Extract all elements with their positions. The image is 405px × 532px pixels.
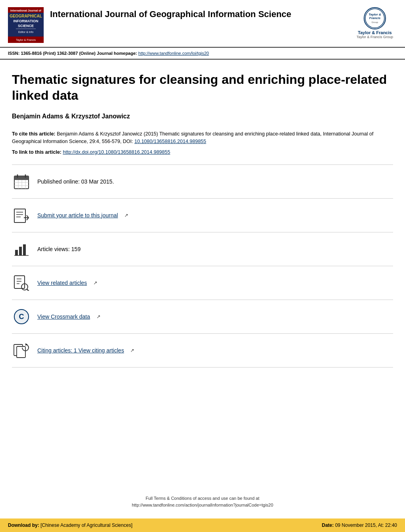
action-section: Published online: 03 Mar 2015. Submit yo… xyxy=(12,164,393,368)
issn-bar: ISSN: 1365-8816 (Print) 1362-3087 (Onlin… xyxy=(0,48,405,60)
svg-text:Francis: Francis xyxy=(369,16,381,20)
download-institution: [Chinese Academy of Agricultural Science… xyxy=(40,522,132,528)
svg-rect-31 xyxy=(14,276,25,288)
calendar-icon xyxy=(12,172,31,191)
related-link[interactable]: View related articles xyxy=(37,280,87,286)
journal-title: International Journal of Geographical In… xyxy=(50,9,291,20)
tf-logo-circle: Taylor & Francis Group xyxy=(364,7,386,29)
link-label: To link to this article: xyxy=(12,149,62,155)
journal-logo: International Journal of GEOGRAPHICAL IN… xyxy=(8,7,44,43)
tf-brand-name: Taylor & Francis xyxy=(358,30,392,35)
footer-terms: Full Terms & Conditions of access and us… xyxy=(0,495,405,508)
views-row: Article views: 159 xyxy=(12,232,393,266)
crossmark-icon: C xyxy=(12,307,31,326)
related-row[interactable]: View related articles ↗ xyxy=(12,266,393,300)
journal-title-block: International Journal of Geographical In… xyxy=(50,7,291,20)
svg-text:Taylor & Francis: Taylor & Francis xyxy=(16,39,36,42)
svg-rect-15 xyxy=(14,176,29,180)
article-doi-link[interactable]: http://dx.doi.org/10.1080/13658816.2014.… xyxy=(63,149,170,155)
chart-icon xyxy=(12,240,31,259)
download-by: Download by: [Chinese Academy of Agricul… xyxy=(8,522,132,528)
crossmark-row[interactable]: C View Crossmark data ↗ xyxy=(12,300,393,333)
article-authors: Benjamin Adams & Krzysztof Janowicz xyxy=(12,113,393,120)
journal-homepage-link[interactable]: http://www.tandfonline.com/loi/tgis20 xyxy=(138,51,209,56)
page-header: International Journal of GEOGRAPHICAL IN… xyxy=(0,0,405,48)
link-block: To link to this article: http://dx.doi.o… xyxy=(12,149,393,155)
date-label: Date: xyxy=(322,522,334,528)
svg-rect-6 xyxy=(16,29,36,29)
download-by-label: Download by: xyxy=(8,522,39,528)
issn-text: ISSN: 1365-8816 (Print) 1362-3087 (Onlin… xyxy=(8,51,209,56)
published-text: Published online: 03 Mar 2015. xyxy=(37,178,114,185)
submit-row[interactable]: Submit your article to this journal ↗ xyxy=(12,198,393,232)
svg-text:INFORMATION: INFORMATION xyxy=(14,19,39,23)
crossmark-external-icon: ↗ xyxy=(96,314,100,319)
submit-link[interactable]: Submit your article to this journal xyxy=(37,212,118,219)
main-content: Thematic signatures for cleansing and en… xyxy=(0,60,405,375)
cite-doi-link[interactable]: 10.1080/13658816.2014.989855 xyxy=(135,139,206,144)
tf-logo-block: Taylor & Francis Group Taylor & Francis … xyxy=(357,7,393,39)
published-row: Published online: 03 Mar 2015. xyxy=(12,164,393,198)
terms-link[interactable]: http://www.tandfonline.com/action/journa… xyxy=(132,503,273,507)
svg-line-33 xyxy=(27,289,29,291)
svg-text:Editor & info: Editor & info xyxy=(18,31,33,33)
svg-text:Group: Group xyxy=(372,21,378,23)
views-text: Article views: 159 xyxy=(37,246,81,252)
svg-rect-41 xyxy=(17,346,25,358)
svg-text:GEOGRAPHICAL: GEOGRAPHICAL xyxy=(10,14,42,18)
svg-rect-27 xyxy=(15,250,18,255)
cite-label: To cite this article: xyxy=(12,131,56,137)
terms-line1: Full Terms & Conditions of access and us… xyxy=(0,495,405,502)
svg-text:Taylor &: Taylor & xyxy=(368,13,381,16)
citing-external-icon: ↗ xyxy=(130,348,134,353)
header-left: International Journal of GEOGRAPHICAL IN… xyxy=(8,7,291,43)
svg-rect-23 xyxy=(14,209,25,222)
svg-rect-28 xyxy=(19,247,22,255)
cite-block: To cite this article: Benjamin Adams & K… xyxy=(12,130,393,145)
submit-external-icon: ↗ xyxy=(124,213,128,218)
date-value: 09 November 2015, At: 22:40 xyxy=(335,522,397,528)
svg-text:SCIENCE: SCIENCE xyxy=(18,24,34,28)
svg-text:C: C xyxy=(19,313,24,321)
tf-group-name: Taylor & Francis Group xyxy=(357,35,393,39)
related-icon xyxy=(12,273,31,292)
citing-icon xyxy=(12,341,31,360)
citing-row[interactable]: Citing articles: 1 View citing articles … xyxy=(12,333,393,368)
related-external-icon: ↗ xyxy=(93,280,97,286)
download-bar: Download by: [Chinese Academy of Agricul… xyxy=(0,518,405,532)
article-title: Thematic signatures for cleansing and en… xyxy=(12,72,393,103)
download-date: Date: 09 November 2015, At: 22:40 xyxy=(322,522,397,528)
crossmark-link[interactable]: View Crossmark data xyxy=(37,313,90,320)
svg-rect-29 xyxy=(23,244,26,255)
svg-text:International Journal of: International Journal of xyxy=(10,9,41,12)
citing-link[interactable]: Citing articles: 1 View citing articles xyxy=(37,347,124,354)
submit-icon xyxy=(12,206,31,225)
